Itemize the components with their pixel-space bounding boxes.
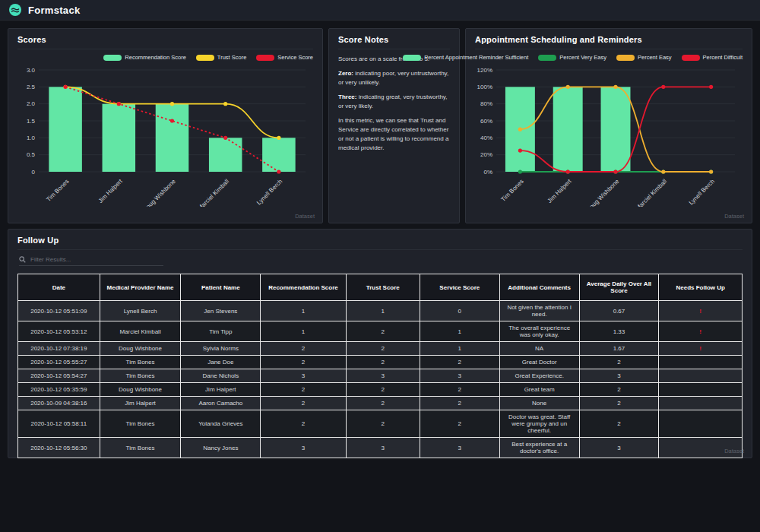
table-cell: 2020-10-09 04:38:16 — [18, 397, 100, 410]
svg-text:1.0: 1.0 — [27, 135, 36, 141]
appointments-panel: Appointment Scheduling and Reminders Per… — [465, 28, 752, 223]
table-cell: Great team — [499, 383, 579, 397]
legend-swatch — [196, 55, 214, 61]
legend-item: Percent Easy — [616, 54, 672, 61]
table-cell: 1 — [346, 301, 420, 321]
svg-text:0.5: 0.5 — [27, 151, 36, 158]
follow-up-table: DateMedical Provider NamePatient NameRec… — [17, 274, 743, 458]
panel-title-appointments: Appointment Scheduling and Reminders — [475, 35, 743, 49]
table-cell: Doug Wishbone — [100, 342, 181, 356]
scores-chart-canvas[interactable]: 00.51.01.52.02.53.0Tim BonesJim HalpertD… — [17, 64, 313, 207]
table-row: 2020-10-12 05:58:11Tim BonesYolanda Grie… — [18, 410, 743, 438]
needs-follow-up-cell: ! — [659, 321, 743, 342]
table-cell: 2020-10-12 05:56:30 — [18, 438, 100, 458]
svg-text:Marciel Kimball: Marciel Kimball — [196, 178, 230, 207]
table-cell: Doug Wishbone — [100, 383, 181, 397]
column-header: Trust Score — [346, 274, 420, 301]
legend-label: Trust Score — [217, 54, 246, 61]
table-cell: 2020-10-12 05:58:11 — [18, 410, 100, 438]
table-cell: 1 — [420, 342, 499, 356]
legend-label: Percent Easy — [638, 54, 672, 61]
svg-text:40%: 40% — [480, 135, 492, 141]
column-header: Service Score — [420, 274, 499, 301]
table-row: 2020-10-12 05:56:30Tim BonesNancy Jones3… — [18, 438, 743, 458]
legend-swatch — [616, 55, 635, 61]
column-header: Patient Name — [181, 274, 261, 301]
panel-title-follow-up: Follow Up — [17, 236, 743, 250]
svg-text:100%: 100% — [477, 84, 492, 90]
svg-text:Marciel Kimball: Marciel Kimball — [635, 178, 669, 207]
table-cell: 2 — [579, 356, 659, 369]
needs-follow-up-cell — [659, 397, 743, 410]
svg-text:Jim Halpert: Jim Halpert — [546, 178, 574, 205]
legend-swatch — [538, 55, 556, 61]
table-cell: 3 — [420, 438, 499, 458]
scores-chart-legend: Recommendation ScoreTrust ScoreService S… — [17, 52, 313, 62]
table-cell: 2 — [261, 383, 346, 397]
table-row: 2020-10-12 05:54:27Tim BonesDane Nichols… — [18, 369, 743, 383]
table-cell: 1 — [420, 321, 499, 342]
table-cell: Sylvia Norms — [181, 342, 261, 356]
table-cell: 2 — [346, 342, 420, 356]
table-cell: Tim Tipp — [181, 321, 261, 342]
svg-text:2.0: 2.0 — [27, 100, 36, 107]
formstack-logo-icon[interactable] — [9, 4, 21, 16]
table-row: 2020-10-09 04:38:16Jim HalpertAaron Cama… — [18, 397, 743, 410]
legend-swatch — [682, 55, 700, 61]
table-cell: 3 — [346, 438, 420, 458]
filter-results-field[interactable] — [19, 256, 163, 266]
table-cell: Tim Bones — [100, 369, 181, 383]
scores-dataset-link[interactable]: Dataset — [295, 213, 315, 220]
table-cell: 2020-10-12 05:55:27 — [18, 356, 100, 369]
svg-text:120%: 120% — [477, 67, 492, 74]
legend-label: Recommendation Score — [125, 54, 185, 61]
legend-item: Recommendation Score — [103, 54, 185, 61]
column-header: Medical Provider Name — [100, 274, 181, 301]
table-cell: Great Doctor — [499, 356, 579, 369]
filter-results-input[interactable] — [30, 256, 163, 263]
table-row: 2020-10-12 05:35:59Doug WishboneJim Halp… — [18, 383, 743, 397]
table-cell: The overall experience was only okay. — [499, 321, 579, 342]
needs-follow-up-cell — [659, 410, 743, 438]
legend-item: Trust Score — [196, 54, 246, 61]
needs-follow-up-cell — [659, 356, 743, 369]
table-cell: Tim Bones — [100, 410, 181, 438]
svg-text:0: 0 — [32, 169, 36, 176]
panel-title-score-notes: Score Notes — [338, 35, 450, 49]
appointments-dataset-link[interactable]: Dataset — [724, 213, 744, 220]
follow-up-dataset-link[interactable]: Dataset — [724, 448, 744, 454]
legend-item: Percent Appointment Reminder Sufficient — [403, 54, 528, 61]
table-cell: 2 — [579, 383, 659, 397]
table-cell: 2 — [346, 356, 420, 369]
table-cell: 1 — [261, 321, 346, 342]
column-header: Additional Comments — [499, 274, 579, 301]
table-cell: Best experience at a doctor's office. — [499, 438, 579, 458]
svg-text:Doug Wishbone: Doug Wishbone — [585, 178, 621, 207]
appointments-chart-canvas[interactable]: 0%20%40%60%80%100%120%Tim BonesJim Halpe… — [475, 64, 743, 207]
table-cell: None — [499, 397, 579, 410]
search-icon — [19, 256, 26, 263]
app-title: Formstack — [28, 5, 80, 16]
legend-swatch — [256, 55, 274, 61]
note-paragraph: Zero: indicating poor, very untrustworth… — [338, 69, 450, 87]
scores-panel: Scores Recommendation ScoreTrust ScoreSe… — [8, 28, 323, 223]
table-cell: 2 — [261, 397, 346, 410]
table-cell: Tim Bones — [100, 438, 181, 458]
column-header: Needs Follow Up — [659, 274, 743, 301]
needs-follow-up-cell: ! — [659, 301, 743, 321]
svg-text:3.0: 3.0 — [27, 67, 36, 74]
svg-text:Lynell Berch: Lynell Berch — [255, 178, 283, 206]
needs-follow-up-cell — [659, 383, 743, 397]
note-paragraph: Three: indicating great, very trustworth… — [338, 93, 450, 111]
table-cell: 0.67 — [579, 301, 659, 321]
table-cell: 2020-10-12 05:54:27 — [18, 369, 100, 383]
table-row: 2020-10-12 05:51:09Lynell BerchJen Steve… — [18, 301, 743, 321]
svg-text:Jim Halpert: Jim Halpert — [97, 178, 125, 205]
appointments-chart-legend: Percent Appointment Reminder SufficientP… — [475, 52, 743, 62]
svg-text:1.5: 1.5 — [27, 118, 36, 125]
legend-label: Percent Very Easy — [559, 54, 606, 61]
table-cell: Not given the attention I need. — [499, 301, 579, 321]
table-cell: Marciel Kimball — [100, 321, 181, 342]
table-cell: 2020-10-12 05:35:59 — [18, 383, 100, 397]
svg-text:80%: 80% — [480, 100, 492, 107]
